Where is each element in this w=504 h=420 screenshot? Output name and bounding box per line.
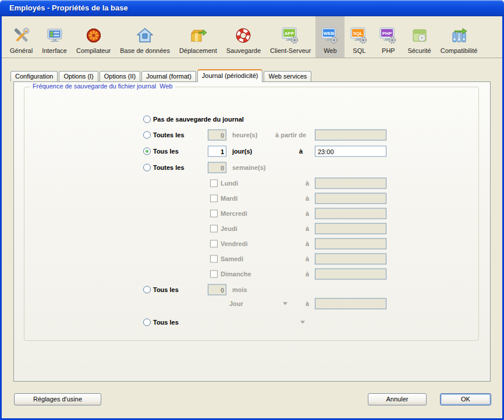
toolbar-item-interface[interactable]: Interface <box>37 16 72 58</box>
jeudi-time-input <box>315 223 386 234</box>
radio-label: Toutes les <box>153 131 184 138</box>
toolbar-item-label: Base de données <box>120 47 170 54</box>
toolbar-item-web[interactable]: WEB Web <box>315 16 345 58</box>
ok-button[interactable]: OK <box>440 393 491 405</box>
toolbar-item-label: Sécurité <box>407 47 431 54</box>
radio-label: Tous les <box>153 286 179 293</box>
radio-no-backup[interactable] <box>143 116 151 123</box>
tab-configuration[interactable]: Configuration <box>10 71 58 81</box>
row-weekday-vendredi: Vendredi à <box>14 238 491 250</box>
window-title: Employés - Propriétés de la base <box>9 0 128 16</box>
row-every-weeks: Toutes les semaine(s) <box>14 162 491 173</box>
row-weekday-jeudi: Jeudi à <box>14 223 491 234</box>
row-weekday-lundi: Lundi à <box>14 177 491 189</box>
row-no-backup: Pas de sauvegarde du journal <box>14 113 491 125</box>
lundi-time-input <box>315 178 386 189</box>
svg-text:WEB: WEB <box>324 31 335 36</box>
app-server-icon: APP <box>281 26 300 45</box>
tab-journal-format[interactable]: Journal (format) <box>141 71 196 81</box>
radio-label: Tous les <box>153 319 179 326</box>
toolbar-item-php[interactable]: PHP PHP <box>374 16 403 58</box>
checkbox-jeudi[interactable] <box>210 225 218 233</box>
toolbar-item-label: Client-Serveur <box>270 47 311 54</box>
radio-every-months[interactable] <box>143 286 151 294</box>
weekday-label: Mardi <box>221 195 237 202</box>
svg-text:SQL: SQL <box>353 31 363 36</box>
chevron-down-icon <box>283 302 288 305</box>
toolbar-item-label: SQL <box>353 47 365 54</box>
row-weekday-samedi: Samedi à <box>14 253 491 265</box>
groupbox-title: Fréquence de sauvegarde du fichier journ… <box>30 83 175 90</box>
toolbar: Général Interface <box>2 16 502 58</box>
weeks-count-input <box>208 162 226 173</box>
wheel-icon <box>84 26 104 45</box>
toolbar-item-compatibilite[interactable]: Compatibilité <box>436 16 482 58</box>
vendredi-time-input <box>315 239 386 250</box>
weekday-label: Samedi <box>221 255 243 262</box>
row-custom-period: Tous les <box>14 316 491 328</box>
toolbar-item-label: Compilateur <box>76 47 111 54</box>
weekday-label: Vendredi <box>221 240 247 247</box>
toolbar-item-label: Sauvegarde <box>226 47 261 54</box>
tools-icon <box>12 26 31 45</box>
lifebuoy-icon <box>233 26 253 45</box>
dialog-body: Général Interface <box>2 16 502 418</box>
checkbox-mercredi[interactable] <box>210 210 218 218</box>
hours-unit-label: heure(s) <box>232 131 257 138</box>
tab-web-services[interactable]: Web services <box>264 71 311 81</box>
toolbar-item-label: Interface <box>42 47 67 54</box>
samedi-time-input <box>315 254 386 265</box>
toolbar-item-base-de-donnees[interactable]: Base de données <box>115 16 175 58</box>
radio-every-days[interactable] <box>143 148 151 155</box>
at-label: à <box>306 270 309 277</box>
weekday-label: Mercredi <box>221 210 247 217</box>
radio-custom-period[interactable] <box>143 319 151 326</box>
toolbar-item-deplacement[interactable]: Déplacement <box>175 16 222 58</box>
toolbar-item-label: Compatibilité <box>441 47 478 54</box>
toolbar-item-client-serveur[interactable]: APP Client-Serveur <box>265 16 315 58</box>
toolbar-item-label: Déplacement <box>179 47 217 54</box>
cancel-button[interactable]: Annuler <box>368 393 427 405</box>
toolbar-item-sauvegarde[interactable]: Sauvegarde <box>222 16 265 58</box>
web-server-icon: WEB <box>320 26 340 45</box>
days-count-input[interactable] <box>208 146 226 157</box>
svg-text:APP: APP <box>285 31 294 36</box>
toolbar-item-sql[interactable]: SQL SQL <box>345 16 374 58</box>
weekday-label: Lundi <box>221 180 238 187</box>
hours-start-time-input <box>315 130 386 141</box>
tab-strip: Configuration Options (I) Options (II) J… <box>10 69 313 81</box>
checkbox-samedi[interactable] <box>210 255 218 263</box>
tab-page: Fréquence de sauvegarde du fichier journ… <box>13 81 491 382</box>
radio-every-weeks[interactable] <box>143 164 151 172</box>
radio-label: Tous les <box>153 148 179 155</box>
title-bar[interactable]: Employés - Propriétés de la base <box>0 0 504 16</box>
checkbox-mardi[interactable] <box>210 195 218 202</box>
radio-every-hours[interactable] <box>143 131 151 139</box>
at-label: à <box>306 210 309 217</box>
radio-label: Toutes les <box>153 164 184 171</box>
toolbar-item-securite[interactable]: Sécurité <box>403 16 435 58</box>
days-time-input[interactable] <box>315 146 386 157</box>
row-every-days: Tous les jour(s) à <box>14 145 491 157</box>
toolbar-item-label: Web <box>324 47 336 54</box>
tab-options-2[interactable]: Options (II) <box>100 71 140 81</box>
radio-label: Pas de sauvegarde du journal <box>153 116 244 123</box>
weekday-label: Dimanche <box>221 270 251 277</box>
weekday-label: Jeudi <box>221 225 237 232</box>
toolbar-item-compilateur[interactable]: Compilateur <box>72 16 115 58</box>
checkbox-dimanche[interactable] <box>210 270 218 278</box>
months-unit-label: mois <box>232 286 247 293</box>
weeks-unit-label: semaine(s) <box>232 164 265 171</box>
checkbox-vendredi[interactable] <box>210 240 218 248</box>
tab-options-1[interactable]: Options (I) <box>59 71 98 81</box>
from-label: à partir de <box>275 131 306 138</box>
box-arrow-icon <box>188 26 208 45</box>
checkbox-lundi[interactable] <box>210 180 218 187</box>
security-cd-icon <box>410 26 430 45</box>
factory-settings-button[interactable]: Réglages d'usine <box>14 393 101 405</box>
toolbar-item-label: Général <box>10 47 33 54</box>
row-weekday-dimanche: Dimanche à <box>14 268 491 280</box>
at-label: à <box>306 195 309 202</box>
tab-journal-periodicite[interactable]: Journal (périodicité) <box>197 69 263 82</box>
toolbar-item-general[interactable]: Général <box>5 16 37 58</box>
